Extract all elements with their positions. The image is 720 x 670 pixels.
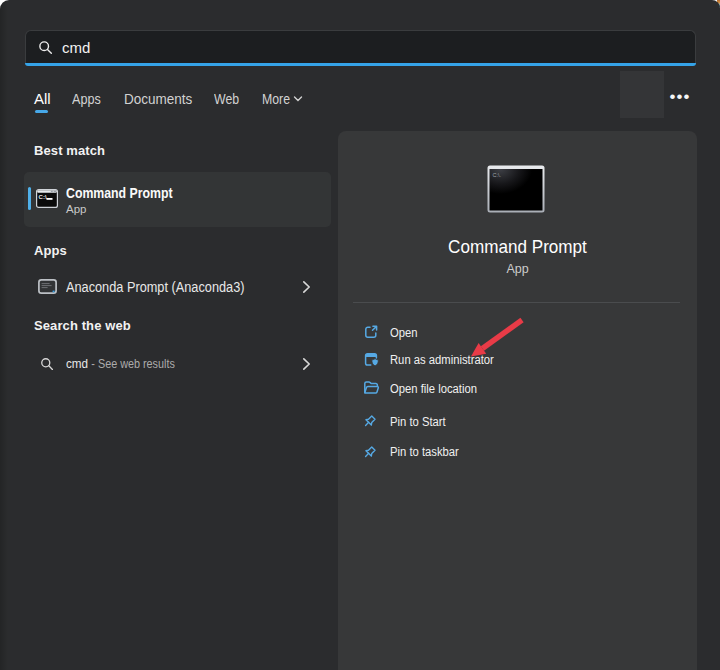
svg-text:C:\: C:\ (39, 194, 47, 200)
svg-text:C:\.: C:\. (493, 172, 502, 178)
